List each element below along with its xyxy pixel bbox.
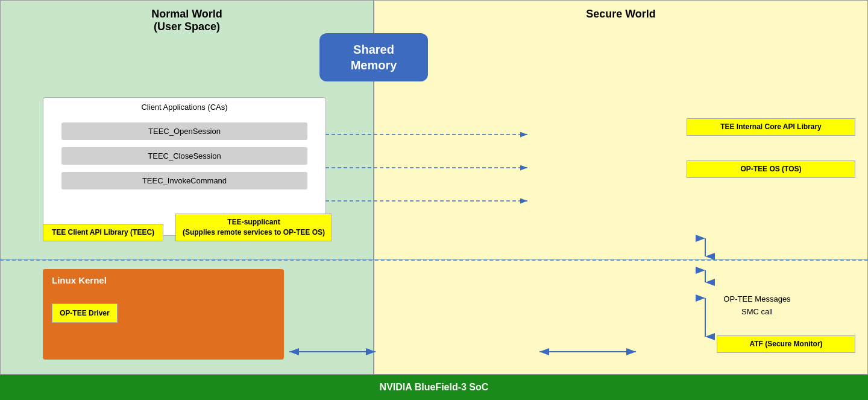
bottom-normal-world: Linux Kernel OP-TEE Driver	[0, 260, 374, 375]
secure-world-title: Secure World	[374, 1, 867, 23]
optee-messages: OP-TEE Messages SMC call	[676, 293, 838, 319]
ca-box-title: Client Applications (CAs)	[43, 98, 326, 115]
tee-supplicant-label: TEE-supplicant(Supplies remote services …	[175, 214, 332, 241]
tee-client-label: TEE Client API Library (TEEC)	[43, 224, 163, 241]
optee-messages-line1: OP-TEE Messages	[676, 293, 838, 306]
optee-driver-label: OP-TEE Driver	[52, 303, 118, 323]
ca-item-close-session: TEEC_CloseSession	[61, 147, 307, 165]
normal-world-title: Normal World(User Space)	[1, 1, 373, 36]
linux-kernel-title: Linux Kernel	[52, 275, 275, 285]
bottom-secure-world: OP-TEE Messages SMC call ATF (Secure Mon…	[374, 260, 868, 375]
atf-label: ATF (Secure Monitor)	[717, 335, 855, 353]
ca-item-open-session: TEEC_OpenSession	[61, 122, 307, 140]
nvidia-bar: NVIDIA BlueField-3 SoC	[0, 375, 868, 400]
secure-world: Secure World TrustedApplications (TAs)(f…	[374, 0, 868, 260]
optee-messages-line2: SMC call	[676, 306, 838, 319]
optee-os-label: OP-TEE OS (TOS)	[687, 160, 855, 178]
shared-memory-box: SharedMemory	[319, 33, 428, 81]
tee-internal-label: TEE Internal Core API Library	[687, 118, 855, 136]
ca-item-invoke-command: TEEC_InvokeCommand	[61, 172, 307, 189]
diagram-container: Normal World(User Space) Client Applicat…	[0, 0, 868, 400]
linux-kernel-box: Linux Kernel OP-TEE Driver	[43, 269, 284, 360]
h-separator	[0, 259, 868, 261]
normal-world: Normal World(User Space) Client Applicat…	[0, 0, 374, 260]
